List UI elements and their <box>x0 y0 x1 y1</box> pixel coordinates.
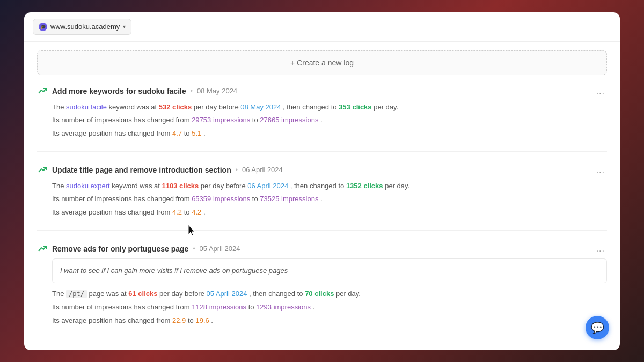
log-line-3-3: Its average position has changed from 22… <box>52 314 607 328</box>
log-body-2: The sudoku expert keyword was at 1103 cl… <box>37 180 607 219</box>
log-header-1: Add more keywords for sudoku facile • 08… <box>37 86 607 97</box>
log-header-2: Update title page and remove introductio… <box>37 165 607 175</box>
site-selector[interactable]: 🎓 www.sudoku.academy ▾ <box>33 19 131 35</box>
log-line-1-1: The sudoku facile keyword was at 532 cli… <box>52 101 607 114</box>
log-title-1: Add more keywords for sudoku facile <box>52 87 186 95</box>
more-menu-1[interactable]: ... <box>594 86 607 96</box>
create-log-button[interactable]: + Create a new log <box>37 50 607 75</box>
log-line-3-1: The /pt/ page was at 61 clicks per day b… <box>52 287 607 301</box>
log-date-3: 05 April 2024 <box>200 245 240 253</box>
top-bar: 🎓 www.sudoku.academy ▾ <box>24 12 620 42</box>
site-icon: 🎓 <box>39 23 47 31</box>
log-header-3: Remove ads for only portuguese page • 05… <box>37 243 607 254</box>
log-line-1-2: Its number of impressions has changed fr… <box>52 114 607 127</box>
log-date-1: 08 May 2024 <box>197 87 237 95</box>
log-entry-2: Update title page and remove introductio… <box>37 165 607 231</box>
site-url-label: www.sudoku.academy <box>50 23 120 31</box>
log-line-1-3: Its average position has changed from 4.… <box>52 127 607 141</box>
log-body-3: I want to see if I can gain more visits … <box>37 258 607 328</box>
log-line-2-2: Its number of impressions has changed fr… <box>52 193 607 206</box>
chat-icon: 💬 <box>591 321 604 334</box>
log-entry-3: Remove ads for only portuguese page • 05… <box>37 243 607 339</box>
log-note-3: I want to see if I can gain more visits … <box>52 258 607 284</box>
chat-button[interactable]: 💬 <box>586 316 609 339</box>
log-line-3-2: Its number of impressions has changed fr… <box>52 301 607 314</box>
more-menu-3[interactable]: ... <box>594 244 607 254</box>
log-title-2: Update title page and remove introductio… <box>52 166 231 174</box>
more-menu-2[interactable]: ... <box>594 165 607 175</box>
create-log-label: + Create a new log <box>290 58 354 67</box>
chevron-down-icon: ▾ <box>123 24 126 29</box>
log-entry-1: Add more keywords for sudoku facile • 08… <box>37 86 607 152</box>
trend-up-icon-3 <box>37 243 48 254</box>
log-line-2-3: Its average position has changed from 4.… <box>52 206 607 219</box>
content-area: + Create a new log Add more keywords for… <box>24 42 620 350</box>
main-container: 🎓 www.sudoku.academy ▾ + Create a new lo… <box>24 12 620 350</box>
trend-up-icon-1 <box>37 86 48 97</box>
log-title-3: Remove ads for only portuguese page <box>52 245 188 253</box>
log-line-2-1: The sudoku expert keyword was at 1103 cl… <box>52 180 607 193</box>
trend-up-icon-2 <box>37 165 48 175</box>
log-body-1: The sudoku facile keyword was at 532 cli… <box>37 101 607 141</box>
log-date-2: 06 April 2024 <box>242 166 283 174</box>
